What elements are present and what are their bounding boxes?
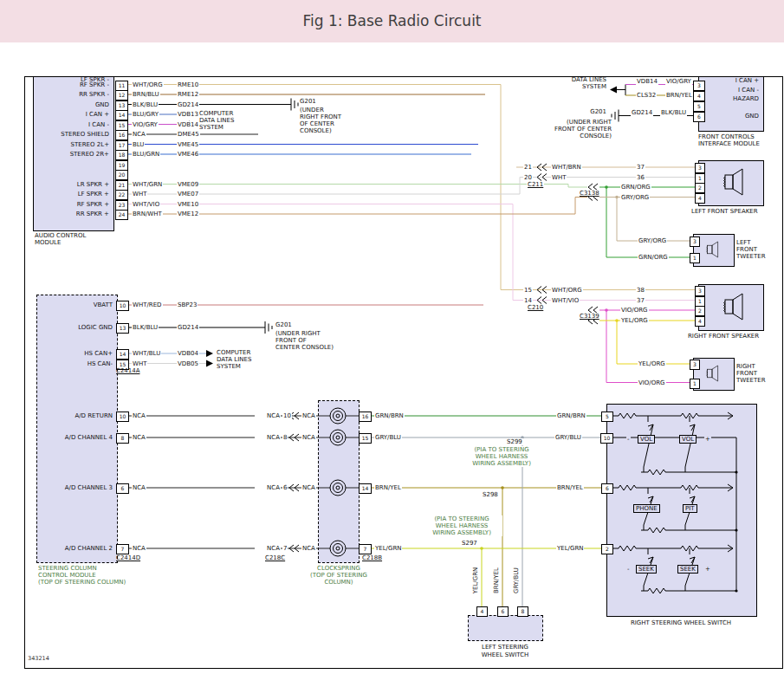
ground-note: (UNDER	[300, 107, 324, 113]
cavity-label: 7	[282, 545, 288, 552]
switch-function-label: PHONE	[633, 504, 660, 513]
audio-pin-number: 20	[115, 170, 128, 180]
clockspring-coil-icon	[330, 408, 346, 424]
splice-note: (PIA TO STEERING	[461, 446, 542, 453]
wire-color-label: NCA	[132, 545, 146, 552]
scm-pin-label: LOGIC GND	[45, 324, 113, 331]
module-pin-number: 3	[693, 81, 705, 91]
bus-junction-1	[735, 470, 737, 473]
scm-name: CONTROL MODULE	[38, 572, 96, 579]
offpage-label: COMPUTER	[217, 349, 250, 356]
wire-color-label: NCA	[301, 434, 316, 441]
tweeter-pin-number: 3	[690, 360, 700, 370]
resistor-icon	[619, 485, 636, 490]
wire-color-label: GRY/ORG	[638, 237, 667, 244]
ground-note: CONSOLE)	[534, 133, 612, 139]
audio-pin-number: 11	[115, 81, 128, 91]
scm-pin-number: 7	[116, 544, 129, 554]
wire-color-label: WHT/RED	[132, 301, 163, 308]
audio-pin-label: RF SPKR -	[42, 81, 109, 88]
speaker-pin-number: 2	[695, 183, 705, 193]
audio-pin-number: 23	[115, 200, 128, 211]
audio-module-name: AUDIO CONTROL	[35, 232, 86, 239]
scm-name: STEERING COLUMN	[38, 565, 97, 572]
speaker-pin-number: 2	[695, 306, 705, 316]
bus-junction-3	[735, 589, 737, 592]
wire-color-label: BRN/YEL	[374, 484, 402, 491]
audio-pin-number: 18	[115, 150, 128, 160]
wire-yel-org	[599, 321, 698, 364]
wire-yel-grn	[370, 548, 601, 606]
switch-sign: +	[704, 436, 711, 443]
offpage-label: COMPUTER	[199, 110, 233, 117]
ground-note: RIGHT FRONT	[300, 113, 341, 120]
tweeter-name: FRONT	[736, 370, 757, 377]
resistor-icon	[648, 588, 665, 593]
wire-color-label: BLU/GRN	[132, 151, 160, 158]
wire-color-label: BLK/BLU	[660, 109, 687, 116]
audio-pin-label: GND	[42, 101, 109, 108]
audio-pin-number: 21	[115, 180, 128, 191]
scm-pin-label: HS CAN+	[45, 350, 113, 357]
wire-color-label: BRN/WHT	[132, 211, 163, 217]
wire-color-label: NCA	[132, 434, 146, 441]
cavity-label: 38	[636, 287, 645, 294]
offpage-label: SYSTEM	[199, 124, 224, 131]
audio-pin-label: I CAN +	[42, 111, 109, 118]
switch-function-label: SEEK	[636, 565, 657, 574]
speaker-name: LEFT FRONT SPEAKER	[691, 208, 758, 215]
scm-pin-number: 8	[116, 433, 129, 444]
switch-sign: -	[626, 436, 631, 443]
switch-pin-number: 6	[497, 606, 509, 617]
cavity-label: 20	[523, 174, 533, 181]
wire-color-label: GRN/BRN	[556, 412, 586, 419]
wire-color-label: NCA	[255, 434, 281, 441]
wire-color-label: NCA	[132, 484, 146, 491]
audio-pin-label: I CAN -	[42, 121, 109, 128]
connector-label: C3138	[579, 190, 600, 197]
splice-note: WIRING ASSEMBLY)	[461, 460, 542, 467]
switch-pin-number: 6	[601, 483, 613, 494]
wiring-diagram-page: Fig 1: Base Radio Circuit	[0, 0, 784, 674]
splice-note: WHEEL HARNESS	[461, 453, 542, 460]
ground-icon	[291, 99, 298, 111]
offpage-arrow-icon	[610, 87, 617, 94]
wire-color-label: BRN/YEL	[665, 92, 693, 99]
scm-name: (TOP OF STEERING COLUMN)	[38, 579, 126, 586]
wire-color-label: NCA	[255, 545, 281, 552]
bus-junction-2	[735, 528, 737, 531]
clockspring-coil-icon	[330, 480, 346, 496]
splice-s297-dot	[480, 547, 483, 550]
wire-color-label: NCA	[301, 412, 316, 419]
module-pin-label: I CAN +	[707, 77, 759, 84]
wire-color-label: WHT/BRN	[551, 164, 582, 171]
ground-note: (UNDER RIGHT	[534, 119, 612, 126]
audio-pin-label: LR SPKR +	[42, 181, 109, 188]
circuit-label: VDB14	[177, 121, 199, 128]
wire-wht	[127, 178, 698, 364]
circuit-label: RME12	[177, 91, 199, 98]
front-module-name: INTERFACE MODULE	[698, 140, 760, 147]
wire-color-label: VIO/ORG	[638, 379, 666, 386]
circuit-label: GD214	[177, 324, 199, 331]
ground-note: FRONT OF CENTER	[534, 126, 612, 133]
wire-color-label: VIO/GRY	[665, 78, 692, 85]
wire-color-label-vertical: YEL/GRN	[472, 563, 479, 598]
tweeter-pin-number: 1	[690, 379, 700, 389]
wire-color-label: NCA	[301, 484, 316, 491]
offpage-label: DATA LINES	[217, 356, 251, 363]
offpage-label: DATA LINES	[554, 76, 606, 83]
audio-pin-number: 17	[115, 140, 128, 151]
circuit-label: VDB04	[177, 350, 199, 357]
cavity-label: 14	[523, 297, 533, 304]
switch-pin-number: 4	[476, 606, 488, 617]
wire-color-label: WHT/BLU	[132, 350, 161, 357]
clockspring-coil-icon	[330, 541, 346, 556]
wire-color-label-vertical: GRY/BLU	[513, 563, 520, 598]
splice-note: (PIA TO STEERING	[421, 515, 502, 522]
switch-pin-number: 5	[601, 412, 613, 422]
wire-color-label: BLK/BLU	[132, 324, 159, 331]
wire-vio-org	[599, 310, 698, 383]
speaker-icon	[724, 294, 743, 320]
resistor-icon	[648, 528, 665, 533]
